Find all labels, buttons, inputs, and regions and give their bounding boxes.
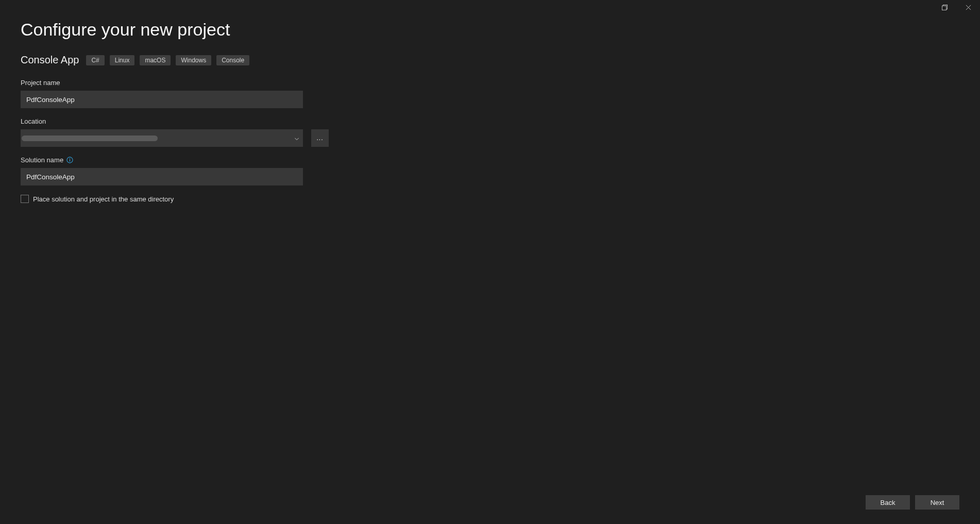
solution-name-label-text: Solution name — [21, 156, 63, 164]
main-content: Configure your new project Console App C… — [21, 20, 356, 203]
project-name-group: Project name — [21, 79, 356, 108]
solution-name-group: Solution name — [21, 156, 356, 185]
page-title: Configure your new project — [21, 20, 356, 40]
svg-rect-6 — [70, 159, 70, 161]
solution-name-input[interactable] — [21, 168, 303, 185]
same-directory-checkbox-row[interactable]: Place solution and project in the same d… — [21, 195, 356, 203]
window-maximize-button[interactable] — [933, 0, 956, 15]
svg-rect-1 — [942, 6, 946, 10]
window-close-button[interactable] — [956, 0, 980, 15]
solution-name-label: Solution name — [21, 156, 356, 164]
location-group: Location ... — [21, 117, 356, 147]
tag-linux: Linux — [110, 55, 135, 65]
tag-console: Console — [216, 55, 249, 65]
location-combo[interactable] — [21, 129, 303, 147]
template-tags: C# Linux macOS Windows Console — [86, 55, 249, 65]
wizard-footer: Back Next — [866, 495, 959, 510]
window-titlebar — [933, 0, 980, 15]
location-label: Location — [21, 117, 356, 125]
info-icon[interactable] — [66, 157, 73, 163]
same-directory-checkbox-label[interactable]: Place solution and project in the same d… — [33, 195, 174, 203]
close-icon — [966, 4, 971, 12]
project-name-label: Project name — [21, 79, 356, 87]
same-directory-checkbox[interactable] — [21, 195, 29, 203]
next-button[interactable]: Next — [915, 495, 959, 510]
project-name-input[interactable] — [21, 91, 303, 108]
svg-point-5 — [70, 158, 71, 159]
back-button[interactable]: Back — [866, 495, 910, 510]
tag-csharp: C# — [86, 55, 104, 65]
maximize-icon — [942, 4, 948, 12]
location-redacted-path — [22, 136, 158, 141]
template-row: Console App C# Linux macOS Windows Conso… — [21, 54, 356, 66]
template-name: Console App — [21, 54, 79, 66]
browse-location-button[interactable]: ... — [311, 129, 329, 147]
tag-windows: Windows — [176, 55, 211, 65]
tag-macos: macOS — [140, 55, 171, 65]
